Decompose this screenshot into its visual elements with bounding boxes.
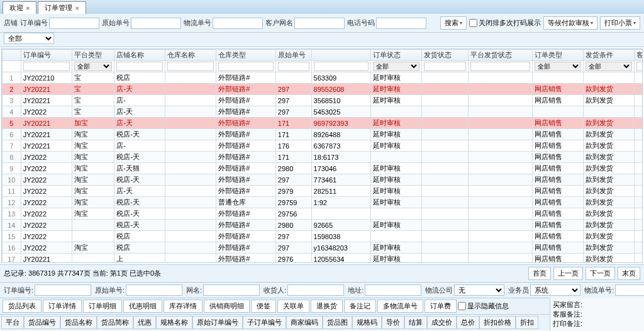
detail-col: 规格名称 [156,316,192,329]
table-row[interactable]: 13JY2022淘宝税店-天外部链路#29756网店销售款到发货2022-10-… [3,208,643,220]
detail-tab[interactable]: 备注记 [344,300,376,313]
table-row[interactable]: 11JY2022淘宝店-天外部链路#2979282511延时审核网店销售款到发货… [3,186,643,197]
pager-summary: 总记录: 3867319 共77347页 当前: 第1页 已选中0条 [4,269,161,278]
col-header[interactable]: 平台发货状态 [469,50,532,61]
close-icon[interactable]: × [75,4,79,12]
table-row[interactable]: 7JY20221淘宝店-外部链路#1766367873延时审核网店销售款到发货2… [3,140,643,152]
col-header[interactable]: 订单状态 [371,50,422,61]
phone-input[interactable] [376,18,426,29]
order-grid[interactable]: 订单编号平台类型店铺名称仓库名称仓库类型原始单号订单状态发货状态平台发货状态订单… [1,48,643,263]
detail-tab[interactable]: 优惠明细 [123,300,162,313]
detail-tab[interactable]: 关联单 [277,300,309,313]
detail-col: 货品名称 [60,316,97,329]
close-multiscan-check[interactable]: 关闭排多次打码展示 [469,18,541,28]
detail-col: 优惠 [133,316,156,329]
table-row[interactable]: 14JY2022税店-天外部链路#298092665延时审核网店销售款到发货20… [3,220,643,231]
close-icon[interactable]: × [26,4,30,12]
col-header[interactable]: 订单类型 [532,50,583,61]
detail-tab[interactable]: 订单费 [425,300,457,313]
d-orig-no[interactable] [126,284,182,296]
detail-tab[interactable]: 便签 [251,300,276,313]
detail-col: 导价 [382,316,404,329]
detail-tab[interactable]: 订单明细 [83,300,122,313]
detail-tab[interactable]: 订单详情 [43,300,82,313]
detail-grid-header: 平台货品编号货品名称货品简称优惠规格名称原始订单编号子订单编号商家编码货品图规格… [0,314,550,330]
shop-select[interactable]: 全部 [4,33,54,44]
col-header[interactable]: 平台类型 [72,50,114,61]
detail-tab[interactable]: 货品列表 [3,300,42,313]
detail-col: 货品图 [323,316,352,329]
detail-col: 规格码 [352,316,382,329]
detail-col: 货品编号 [24,316,60,329]
d-logis-comp[interactable]: 无 [454,284,504,296]
detail-col: 原始订单编号 [192,316,243,329]
table-row[interactable]: 4JY2022宝店-天外部链路#29754530252022-10-272022… [3,106,643,118]
adv-audit-button[interactable]: 等候付款审核 [543,16,597,30]
detail-tab[interactable]: 退换货 [311,300,343,313]
table-row[interactable]: 6JY20221淘宝税店-天外部链路#1718926488延时审核网店销售款到发… [3,129,643,140]
table-row[interactable]: 10JY2022淘宝税店-天外部链路#297773461延时审核网店销售款到发货… [3,174,643,186]
table-row[interactable]: 17JY20221上外部链路#297612055634延时审核网店销售款到发货2… [3,254,643,264]
detail-col: 折扣 [516,316,538,329]
detail-col: 结算 [404,316,427,329]
table-row[interactable]: 16JY2022淘宝税店外部链路#297y16348203延时审核网店销售款到发… [3,242,643,254]
detail-col: 折扣价格 [479,316,516,329]
table-row[interactable]: 9JY2022淘宝店-天猫外部链路#2980173046延时审核网店销售款到发货… [3,163,643,174]
order-no-input[interactable] [49,18,99,29]
col-header[interactable]: 发货条件 [583,50,634,61]
d-logis-no[interactable] [615,284,644,296]
table-row[interactable]: 15JY2022税店外部链路#2971598038网店销售款到发货2022-10… [3,231,643,242]
detail-filter: 订单编号: 原始单号: 网名: 收货人: 地址: 物流公司无 业务员系统 物流单… [0,282,644,298]
table-row[interactable]: 8JY2022淘宝税店-天外部链路#17118:6173网店销售款到发货2022… [3,152,643,163]
d-order-no[interactable] [35,284,91,296]
prev-page-button[interactable]: 上一页 [553,267,583,280]
cust-name-input[interactable] [294,18,345,29]
d-addr[interactable] [365,284,421,296]
orig-no-input[interactable] [131,18,181,29]
tab-welcome[interactable]: 欢迎× [3,1,36,14]
col-header[interactable]: 仓库类型 [216,50,276,61]
col-header[interactable]: 客服原因 [634,50,643,61]
table-row[interactable]: 5JY20221加宝店-天外部链路#171969792393延时审核网店销售款到… [3,118,643,129]
notes-panel: 买家留言: 客服备注: 打印备注: [550,298,644,331]
col-header[interactable]: 仓库名称 [165,50,216,61]
logis-no-input[interactable] [213,18,263,29]
d-recv[interactable] [287,284,344,296]
d-biz[interactable]: 系统 [530,284,580,296]
detail-col: 商家编码 [286,316,323,329]
pager: 总记录: 3867319 共77347页 当前: 第1页 已选中0条 首页 上一… [0,264,644,282]
detail-tab[interactable]: 多物流单号 [377,300,423,313]
col-header[interactable]: 店铺名称 [114,50,165,61]
table-row[interactable]: 2JY20221宝店-天外部链路#29789552608延时审核网店销售款到发货… [3,84,643,95]
table-row[interactable]: 1JY202210宝税店外部链路#563309延时审核2022-10-27 20… [3,72,643,84]
table-row[interactable]: 3JY20221宝店-外部链路#2973568510延时审核网店销售款到发货20… [3,95,643,106]
col-header[interactable] [3,50,21,61]
col-header[interactable] [311,50,371,61]
last-page-button[interactable]: 末页 [618,267,640,280]
next-page-button[interactable]: 下一页 [586,267,615,280]
detail-col: 成交价 [427,316,457,329]
detail-col: 总价 [457,316,479,329]
detail-col: 平台 [1,316,24,329]
detail-tab[interactable]: 库存详情 [164,300,203,313]
search-button[interactable]: 搜索 [440,16,467,30]
table-row[interactable]: 12JY2022淘宝税店-天普通仓库297591:92延时审核网店销售款到发货2… [3,197,643,208]
detail-col: 货品简称 [97,316,133,329]
col-header[interactable]: 原始单号 [275,50,311,61]
tab-order-mgmt[interactable]: 订单管理× [38,1,86,14]
d-alias[interactable] [203,284,260,296]
col-header[interactable]: 订单编号 [21,50,72,61]
print-setup-button[interactable]: 打印小票 [600,16,640,30]
col-header[interactable]: 发货状态 [422,50,469,61]
detail-tabs: 货品列表订单详情订单明细优惠明细库存详情供销商明细便签关联单退换货备注记多物流单… [0,298,550,314]
first-page-button[interactable]: 首页 [528,267,551,280]
detail-tab[interactable]: 供销商明细 [204,300,250,313]
detail-col: 子订单编号 [243,316,286,329]
tab-bar: 欢迎× 订单管理× [0,0,644,14]
filter-bar: 店铺 订单编号 原始单号 物流单号 客户网名 电话号码 搜索 关闭排多次打码展示… [0,14,644,33]
